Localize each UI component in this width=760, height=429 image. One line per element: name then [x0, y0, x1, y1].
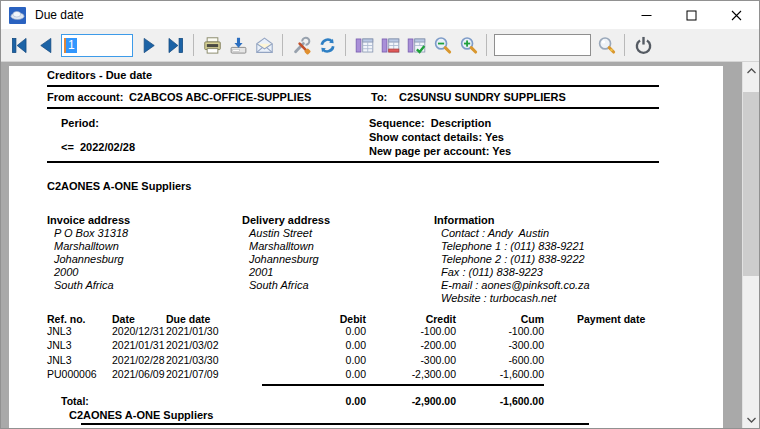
table-cell: -300.00	[356, 354, 456, 366]
table-cell: 2021/01/30	[166, 325, 219, 337]
view-whole-page-button[interactable]	[351, 32, 377, 58]
view-page-width-button[interactable]	[377, 32, 403, 58]
email-button[interactable]	[251, 32, 277, 58]
next-page-button[interactable]	[136, 32, 162, 58]
toolbar-separator	[345, 34, 346, 56]
table-cell: -1,600.00	[444, 368, 544, 380]
table-cell: 2021/01/31	[112, 339, 165, 351]
footer-account-heading: C2AONES A-ONE Suppliers	[69, 409, 213, 421]
toolbar: 1	[1, 29, 759, 62]
delivery-address-lines: Austin StreetMarshalltownJohannesburg200…	[249, 227, 319, 292]
print-button[interactable]	[199, 32, 225, 58]
minimize-button[interactable]	[624, 1, 669, 29]
report-page: Creditors - Due date From account: C2ABC…	[9, 66, 723, 428]
table-cell: 0.00	[266, 368, 366, 380]
table-cell: -100.00	[356, 325, 456, 337]
scroll-up-button[interactable]	[743, 62, 759, 79]
information-line: E-mail : aones@pinksoft.co.za	[441, 279, 590, 292]
invoice-address-lines: P O Box 31318MarshalltownJohannesburg200…	[54, 227, 128, 292]
table-cell: 2020/12/31	[112, 325, 165, 337]
maximize-icon	[686, 10, 697, 21]
totals-rule-line	[262, 384, 544, 386]
invoice-address-line: Marshalltown	[54, 240, 128, 253]
new-page-line: New page per account: Yes	[369, 144, 511, 158]
divider-line	[47, 161, 659, 163]
layout-whole-page-icon	[355, 36, 374, 55]
table-cell: -300.00	[444, 339, 544, 351]
table-row: JNL32020/12/312021/01/300.00-100.00-100.…	[9, 325, 723, 339]
information-line: Fax : (011) 838-9223	[441, 266, 590, 279]
zoom-in-button[interactable]	[455, 32, 481, 58]
table-cell: -200.00	[356, 339, 456, 351]
period-label: Period:	[61, 117, 99, 129]
total-debit: 0.00	[266, 395, 366, 407]
table-cell: 2021/02/28	[112, 354, 165, 366]
table-header-cell: Cum	[444, 313, 544, 325]
window-controls	[624, 1, 759, 29]
table-cell: 2021/03/02	[166, 339, 219, 351]
toolbar-separator	[193, 34, 194, 56]
toolbar-separator	[282, 34, 283, 56]
maximize-button[interactable]	[669, 1, 714, 29]
delivery-address-line: Marshalltown	[249, 240, 319, 253]
to-account-value: C2SUNSU SUNDRY SUPPLIERS	[399, 91, 566, 103]
last-page-button[interactable]	[162, 32, 188, 58]
table-cell: JNL3	[47, 325, 72, 337]
footer-divider-line	[81, 423, 589, 425]
invoice-address-line: South Africa	[54, 279, 128, 292]
view-100-percent-button[interactable]	[403, 32, 429, 58]
table-header-cell: Ref. no.	[47, 313, 86, 325]
total-credit: -2,900.00	[356, 395, 456, 407]
toolbar-separator	[486, 34, 487, 56]
table-cell: 0.00	[266, 325, 366, 337]
total-cum: -1,600.00	[444, 395, 544, 407]
search-input[interactable]	[494, 34, 591, 56]
settings-button[interactable]	[288, 32, 314, 58]
table-header-cell: Payment date	[577, 313, 645, 325]
app-window: Due date 1	[0, 0, 760, 429]
layout-100-percent-icon	[407, 36, 426, 55]
next-page-icon	[140, 36, 159, 55]
previous-page-button[interactable]	[32, 32, 58, 58]
delivery-address-line: Austin Street	[249, 227, 319, 240]
invoice-address-line: Johannesburg	[54, 253, 128, 266]
delivery-address-line: 2001	[249, 266, 319, 279]
table-cell: 2021/03/30	[166, 354, 219, 366]
table-cell: JNL3	[47, 354, 72, 366]
table-cell: 2021/07/09	[166, 368, 219, 380]
search-icon	[597, 36, 616, 55]
close-report-button[interactable]	[630, 32, 656, 58]
information-lines: Contact : Andy AustinTelephone 1 : (011)…	[441, 227, 590, 305]
table-cell: 0.00	[266, 354, 366, 366]
invoice-address-line: 2000	[54, 266, 128, 279]
sequence-line: Sequence: Description	[369, 116, 491, 130]
delivery-address-label: Delivery address	[242, 214, 330, 226]
refresh-button[interactable]	[314, 32, 340, 58]
tools-icon	[292, 36, 311, 55]
divider-line	[47, 107, 659, 109]
export-icon	[229, 36, 248, 55]
table-header-cell: Credit	[356, 313, 456, 325]
report-viewport: Creditors - Due date From account: C2ABC…	[1, 62, 759, 428]
close-icon	[731, 10, 742, 21]
page-number-input[interactable]: 1	[61, 34, 133, 57]
search-button[interactable]	[593, 32, 619, 58]
table-cell: -600.00	[444, 354, 544, 366]
export-button[interactable]	[225, 32, 251, 58]
zoom-out-button[interactable]	[429, 32, 455, 58]
table-cell: -2,300.00	[356, 368, 456, 380]
close-button[interactable]	[714, 1, 759, 29]
from-account-value: C2ABCOS ABC-OFFICE-SUPPLIES	[129, 91, 311, 103]
show-contact-line: Show contact details: Yes	[369, 130, 504, 144]
vertical-scrollbar[interactable]	[742, 62, 759, 428]
divider-line	[47, 85, 659, 87]
scroll-down-button[interactable]	[743, 411, 759, 428]
toolbar-separator	[624, 34, 625, 56]
report-title: Creditors - Due date	[47, 69, 152, 81]
layout-page-width-icon	[381, 36, 400, 55]
zoom-in-icon	[459, 36, 478, 55]
print-icon	[203, 36, 222, 55]
information-line: Telephone 2 : (011) 838-9222	[441, 253, 590, 266]
scrollbar-thumb[interactable]	[743, 92, 759, 276]
first-page-button[interactable]	[6, 32, 32, 58]
